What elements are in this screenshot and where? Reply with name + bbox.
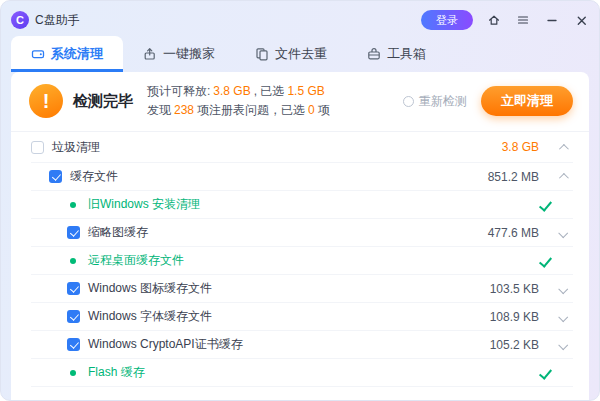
tab-label: 一键搬家	[163, 45, 215, 63]
list-item[interactable]: 缩略图缓存 477.6 MB	[31, 219, 573, 247]
minimize-icon[interactable]	[544, 12, 560, 28]
green-dot-icon	[70, 202, 76, 208]
group-size: 3.8 GB	[502, 140, 539, 154]
collapse-toggle[interactable]	[551, 144, 573, 151]
check-icon	[539, 366, 552, 380]
tab-bar: 系统清理 一键搬家 文件去重 工具箱	[1, 36, 599, 72]
scan-summary: ! 检测完毕 预计可释放:3.8 GB, 已选1.5 GB 发现238项注册表问…	[11, 72, 589, 128]
recheck-label: 重新检测	[419, 93, 467, 110]
item-label: Windows 图标缓存文件	[88, 280, 212, 297]
home-icon[interactable]	[486, 12, 502, 28]
toolbox-icon	[367, 47, 381, 61]
tab-one-key-move[interactable]: 一键搬家	[123, 36, 235, 72]
warning-icon: !	[29, 84, 63, 118]
item-label: Windows CryptoAPI证书缓存	[88, 336, 243, 353]
item-label: Flash 缓存	[88, 364, 145, 381]
list-item[interactable]: Windows CryptoAPI证书缓存 105.2 KB	[31, 331, 573, 359]
chevron-up-icon	[558, 173, 568, 183]
app-logo-icon: C	[11, 11, 29, 29]
checkbox-checked-icon[interactable]	[67, 338, 80, 351]
menu-icon[interactable]	[515, 12, 531, 28]
selected-size: 1.5 GB	[287, 84, 324, 98]
collapse-toggle[interactable]	[551, 173, 573, 180]
green-dot-icon	[70, 370, 76, 376]
recheck-icon	[403, 96, 414, 107]
checkbox-checked-icon[interactable]	[49, 170, 62, 183]
item-size: 477.6 MB	[488, 226, 539, 240]
titlebar-controls: 登录	[421, 10, 589, 30]
chevron-down-icon	[558, 228, 568, 238]
expand-toggle[interactable]	[551, 313, 573, 320]
registry-issue-count: 238	[174, 103, 194, 117]
scan-details: 预计可释放:3.8 GB, 已选1.5 GB 发现238项注册表问题，已选0项	[147, 82, 330, 120]
item-label: 远程桌面缓存文件	[88, 252, 184, 269]
cleanup-list: 垃圾清理 3.8 GB 缓存文件 851.2 MB 旧Windows 安装清理 …	[11, 132, 589, 401]
item-label: Windows 字体缓存文件	[88, 308, 212, 325]
login-button[interactable]: 登录	[421, 10, 473, 30]
group-row-junk-clean[interactable]: 垃圾清理 3.8 GB	[31, 132, 573, 163]
tab-toolbox[interactable]: 工具箱	[347, 36, 446, 72]
check-icon	[539, 198, 552, 212]
list-item[interactable]: Windows 字体缓存文件 108.9 KB	[31, 303, 573, 331]
duplicate-files-icon	[255, 47, 269, 61]
checkbox-unchecked-icon[interactable]	[31, 141, 44, 154]
registry-selected-count: 0	[308, 103, 315, 117]
scan-status: 检测完毕	[73, 92, 133, 111]
list-item[interactable]: 远程桌面缓存文件	[31, 247, 573, 275]
item-size: 105.2 KB	[490, 338, 539, 352]
list-item[interactable]: Flash 缓存	[31, 359, 573, 387]
expand-toggle[interactable]	[551, 341, 573, 348]
chevron-down-icon	[558, 340, 568, 350]
app-window: C C盘助手 登录 系统清理	[0, 0, 600, 401]
summary-line-1: 预计可释放:3.8 GB, 已选1.5 GB	[147, 82, 330, 101]
chevron-up-icon	[558, 143, 568, 153]
list-item[interactable]: 旧Windows 安装清理	[31, 191, 573, 219]
list-item[interactable]: Windows 图标缓存文件 103.5 KB	[31, 275, 573, 303]
checkbox-checked-icon[interactable]	[67, 282, 80, 295]
disk-icon	[31, 47, 45, 61]
item-label: 旧Windows 安装清理	[88, 196, 200, 213]
sub-item-rows: 旧Windows 安装清理 缩略图缓存 477.6 MB 远程桌面缓存文件 Wi…	[31, 191, 573, 387]
releasable-size: 3.8 GB	[213, 84, 250, 98]
tab-label: 文件去重	[275, 45, 327, 63]
green-dot-icon	[70, 258, 76, 264]
close-icon[interactable]	[573, 12, 589, 28]
recheck-button[interactable]: 重新检测	[403, 93, 467, 110]
item-size: 108.9 KB	[490, 310, 539, 324]
app-title: C盘助手	[35, 12, 80, 29]
checkbox-checked-icon[interactable]	[67, 226, 80, 239]
chevron-down-icon	[558, 284, 568, 294]
item-size: 103.5 KB	[490, 282, 539, 296]
summary-line-2: 发现238项注册表问题，已选0项	[147, 101, 330, 120]
move-out-icon	[143, 47, 157, 61]
tab-label: 工具箱	[387, 45, 426, 63]
checkbox-checked-icon[interactable]	[67, 310, 80, 323]
tab-label: 系统清理	[51, 45, 103, 63]
expand-toggle[interactable]	[551, 229, 573, 236]
clean-now-button[interactable]: 立即清理	[481, 86, 573, 116]
tab-system-clean[interactable]: 系统清理	[11, 36, 123, 72]
section-label: 缓存文件	[70, 168, 118, 185]
chevron-down-icon	[558, 312, 568, 322]
main-panel: ! 检测完毕 预计可释放:3.8 GB, 已选1.5 GB 发现238项注册表问…	[11, 72, 589, 401]
group-label: 垃圾清理	[52, 139, 100, 156]
expand-toggle[interactable]	[551, 285, 573, 292]
section-row-cache-files[interactable]: 缓存文件 851.2 MB	[31, 163, 573, 191]
section-size: 851.2 MB	[488, 170, 539, 184]
title-bar: C C盘助手 登录	[1, 1, 599, 35]
check-icon	[539, 254, 552, 268]
item-label: 缩略图缓存	[88, 224, 148, 241]
tab-file-dedupe[interactable]: 文件去重	[235, 36, 347, 72]
